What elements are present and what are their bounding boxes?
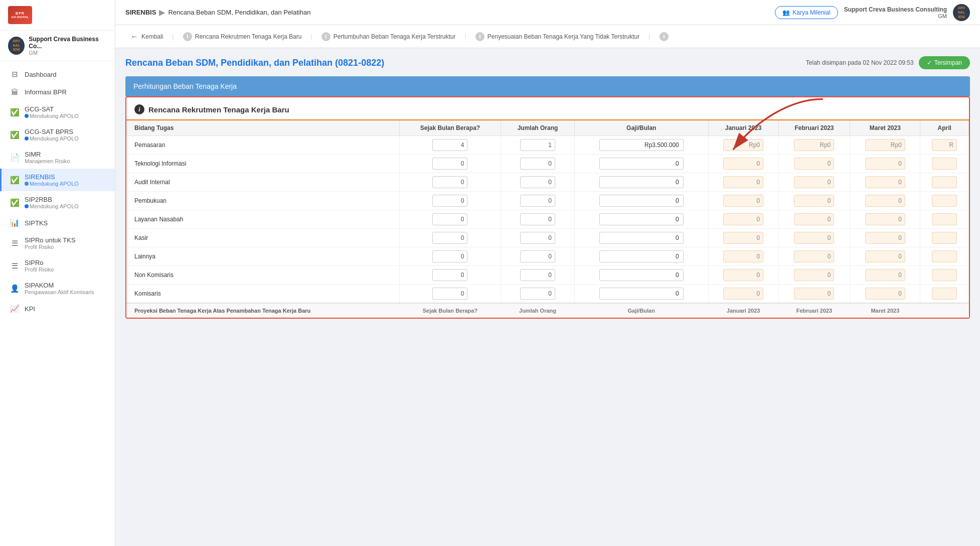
input-mar-2[interactable] <box>865 176 905 188</box>
cell-apr-6 <box>920 247 969 266</box>
step2-label: Pertumbuhan Beban Tenaga Kerja Terstrukt… <box>334 33 456 40</box>
breadcrumb-page: Rencana Beban SDM, Pendidikan, dan Pelat… <box>168 9 310 16</box>
input-sejak-3[interactable] <box>432 195 467 207</box>
sidebar-item-informasi-bpr[interactable]: 🏛 Informasi BPR <box>0 83 115 101</box>
input-sejak-0[interactable] <box>432 139 467 151</box>
input-jan-3[interactable] <box>723 195 763 207</box>
input-apr-6[interactable] <box>932 250 957 262</box>
input-gaji-4[interactable] <box>599 213 684 225</box>
input-mar-7[interactable] <box>865 269 905 281</box>
input-apr-5[interactable] <box>932 232 957 244</box>
input-sejak-5[interactable] <box>432 232 467 244</box>
sidebar-item-sipakom[interactable]: 👤 SIPAKOM Pengawasan Aktif Komisaris <box>0 277 115 300</box>
input-jan-7[interactable] <box>723 269 763 281</box>
input-gaji-1[interactable] <box>599 158 684 170</box>
cell-bidang-2: Audit Internal <box>126 173 399 192</box>
sidebar-item-kpi[interactable]: 📈 KPI <box>0 300 115 318</box>
cell-feb-8 <box>778 285 850 304</box>
input-gaji-3[interactable] <box>599 195 684 207</box>
input-apr-8[interactable] <box>932 288 957 300</box>
input-sejak-4[interactable] <box>432 213 467 225</box>
sidebar-item-sirenbis[interactable]: ✅ SIRENBIS Mendukung APOLO <box>0 169 115 191</box>
nav-siptks-label: SIPTKS <box>25 219 48 227</box>
cell-mar-4 <box>850 210 920 229</box>
input-apr-7[interactable] <box>932 269 957 281</box>
input-feb-6[interactable] <box>794 250 834 262</box>
input-gaji-6[interactable] <box>599 250 684 262</box>
sidebar-item-sip2rbb[interactable]: ✅ SIP2RBB Mendukung APOLO <box>0 191 115 214</box>
support-avatar: ARV NAL IENI <box>953 4 970 21</box>
step4-button[interactable]: ℹ <box>652 25 676 48</box>
input-jumlah-6[interactable] <box>520 250 555 262</box>
sidebar-item-simr[interactable]: 📄 SIMR Manajemen Risiko <box>0 146 115 169</box>
sidebar-item-sipro[interactable]: ☰ SIPRo Profil Risiko <box>0 254 115 277</box>
nav-dashboard-label: Dashboard <box>25 71 57 78</box>
step1-label: Rencana Rekrutmen Tenaga Kerja Baru <box>195 33 302 40</box>
footer-label: Proyeksi Beban Tenaga Kerja Atas Penamba… <box>126 303 399 318</box>
input-sejak-7[interactable] <box>432 269 467 281</box>
input-jan-5[interactable] <box>723 232 763 244</box>
footer-apr <box>920 303 969 318</box>
input-gaji-5[interactable] <box>599 232 684 244</box>
input-feb-3[interactable] <box>794 195 834 207</box>
cell-sejak-3 <box>399 192 501 210</box>
input-feb-0[interactable] <box>794 139 834 151</box>
back-button[interactable]: ← Kembali <box>123 25 170 48</box>
input-jan-0[interactable] <box>723 139 763 151</box>
input-jumlah-4[interactable] <box>520 213 555 225</box>
input-jan-6[interactable] <box>723 250 763 262</box>
input-jumlah-1[interactable] <box>520 158 555 170</box>
input-jumlah-5[interactable] <box>520 232 555 244</box>
input-sejak-1[interactable] <box>432 158 467 170</box>
cell-feb-2 <box>778 173 850 192</box>
input-gaji-7[interactable] <box>599 269 684 281</box>
sidebar-item-dashboard[interactable]: ⊟ Dashboard <box>0 65 115 83</box>
input-mar-8[interactable] <box>865 288 905 300</box>
input-feb-1[interactable] <box>794 158 834 170</box>
sidebar-item-gcg-sat-bprs[interactable]: ✅ GCG-SAT BPRS Mendukung APOLO <box>0 123 115 146</box>
input-feb-4[interactable] <box>794 213 834 225</box>
input-mar-5[interactable] <box>865 232 905 244</box>
input-jan-2[interactable] <box>723 176 763 188</box>
sidebar-item-siptks[interactable]: 📊 SIPTKS <box>0 214 115 232</box>
input-mar-4[interactable] <box>865 213 905 225</box>
input-jumlah-2[interactable] <box>520 176 555 188</box>
input-mar-1[interactable] <box>865 158 905 170</box>
chart-icon-siptks: 📊 <box>10 218 20 227</box>
input-jumlah-0[interactable] <box>520 139 555 151</box>
input-jumlah-7[interactable] <box>520 269 555 281</box>
sidebar-item-gcg-sat[interactable]: ✅ GCG-SAT Mendukung APOLO <box>0 101 115 123</box>
input-feb-2[interactable] <box>794 176 834 188</box>
input-jan-8[interactable] <box>723 288 763 300</box>
step1-button[interactable]: ℹ Rencana Rekrutmen Tenaga Kerja Baru <box>176 25 309 48</box>
tersimpan-button[interactable]: ✓ Tersimpan <box>919 56 970 69</box>
karya-milenial-button[interactable]: 👥 Karya Milenial <box>775 6 838 19</box>
input-sejak-6[interactable] <box>432 250 467 262</box>
input-jumlah-8[interactable] <box>520 288 555 300</box>
nav-sipakom-label: SIPAKOM <box>25 282 94 289</box>
input-gaji-2[interactable] <box>599 176 684 188</box>
input-jan-1[interactable] <box>723 158 763 170</box>
input-apr-3[interactable] <box>932 195 957 207</box>
sidebar-item-sipro-tks[interactable]: ☰ SIPRo untuk TKS Profil Risiko <box>0 232 115 254</box>
input-feb-5[interactable] <box>794 232 834 244</box>
input-sejak-8[interactable] <box>432 288 467 300</box>
nav-sirenbis-label: SIRENBIS <box>25 173 79 181</box>
input-mar-3[interactable] <box>865 195 905 207</box>
input-jan-4[interactable] <box>723 213 763 225</box>
input-gaji-0[interactable] <box>599 139 684 151</box>
input-apr-4[interactable] <box>932 213 957 225</box>
input-apr-1[interactable] <box>932 158 957 170</box>
input-gaji-8[interactable] <box>599 288 684 300</box>
input-jumlah-3[interactable] <box>520 195 555 207</box>
step2-button[interactable]: ℹ Pertumbuhan Beban Tenaga Kerja Terstru… <box>314 25 463 48</box>
step3-button[interactable]: ℹ Penyesuaian Beban Tenaga Kerja Yang Ti… <box>468 25 646 48</box>
cell-mar-6 <box>850 247 920 266</box>
input-mar-6[interactable] <box>865 250 905 262</box>
input-mar-0[interactable] <box>865 139 905 151</box>
input-apr-0[interactable] <box>932 139 957 151</box>
input-feb-8[interactable] <box>794 288 834 300</box>
input-sejak-2[interactable] <box>432 176 467 188</box>
input-feb-7[interactable] <box>794 269 834 281</box>
input-apr-2[interactable] <box>932 176 957 188</box>
